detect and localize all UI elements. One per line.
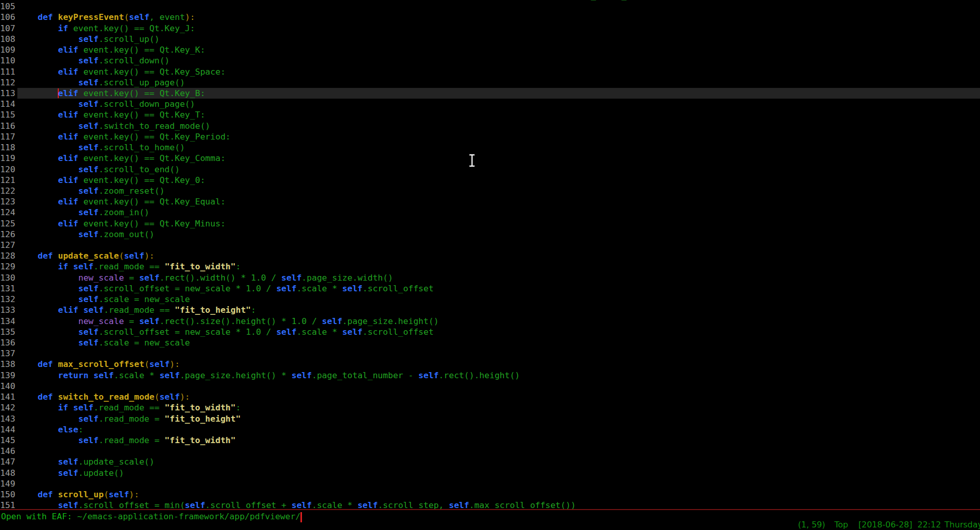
code-line[interactable]: 121 elif event.key() == Qt.Key_0: bbox=[0, 175, 980, 186]
code-token: "fit_to_width" bbox=[165, 435, 236, 445]
code-line[interactable]: 133 elif self.read_mode == "fit_to_heigh… bbox=[0, 305, 980, 315]
code-line[interactable]: 119 elif event.key() == Qt.Key_Comma: bbox=[0, 153, 980, 164]
minibuffer-input[interactable]: ~/emacs-application-framework/app/pdfvie… bbox=[77, 512, 300, 521]
code-token: self bbox=[58, 457, 78, 467]
code-line[interactable]: 129 if self.read_mode == "fit_to_width": bbox=[0, 261, 980, 272]
minibuffer[interactable]: Open with EAF: ~/emacs-application-frame… bbox=[1, 511, 302, 522]
code-line[interactable]: 123 elif event.key() == Qt.Key_Equal: bbox=[0, 196, 980, 207]
code-token bbox=[17, 99, 78, 109]
code-token bbox=[17, 490, 38, 499]
line-number: 106 bbox=[0, 12, 15, 22]
code-line[interactable]: 124 self.zoom_in() bbox=[0, 207, 980, 218]
code-token: elif bbox=[58, 153, 78, 163]
code-token: elif bbox=[58, 132, 78, 142]
code-token bbox=[78, 305, 83, 315]
code-token: if bbox=[58, 403, 68, 412]
code-token: : bbox=[251, 305, 256, 315]
code-line[interactable]: 135 self.scroll_offset = new_scale * 1.0… bbox=[0, 327, 980, 337]
code-line[interactable]: 140 bbox=[0, 381, 980, 391]
code-line[interactable]: 141 def switch_to_read_mode(self): bbox=[0, 391, 980, 402]
line-number: 138 bbox=[0, 359, 15, 370]
code-token bbox=[17, 338, 78, 348]
code-line[interactable]: 149 bbox=[0, 478, 980, 489]
code-token bbox=[17, 132, 58, 142]
code-line[interactable]: 125 elif event.key() == Qt.Key_Minus: bbox=[0, 218, 980, 229]
code-line[interactable]: 132 self.scale = new_scale bbox=[0, 294, 980, 305]
code-token: ): bbox=[185, 12, 195, 22]
code-line[interactable]: 136 self.scale = new_scale bbox=[0, 337, 980, 348]
line-number: 124 bbox=[0, 207, 15, 218]
code-line[interactable]: 148 self.update() bbox=[0, 468, 980, 478]
code-token: self bbox=[159, 392, 180, 402]
code-line[interactable]: 130 new_scale = self.rect().width() * 1.… bbox=[0, 272, 980, 283]
code-line[interactable]: 134 new_scale = self.rect().size().heigh… bbox=[0, 316, 980, 327]
code-token bbox=[17, 371, 58, 380]
code-line[interactable]: 144 else: bbox=[0, 424, 980, 435]
code-token: .scroll_offset bbox=[363, 327, 434, 337]
code-line[interactable]: 110 self.scroll_down() bbox=[0, 55, 980, 66]
code-line[interactable]: 108 self.scroll_up() bbox=[0, 34, 980, 44]
line-number: 135 bbox=[0, 327, 15, 337]
code-line[interactable]: 147 self.update_scale() bbox=[0, 456, 980, 467]
code-line[interactable]: 116 self.switch_to_read_mode() bbox=[0, 121, 980, 131]
code-token: .rect().size().height() * 1.0 / bbox=[159, 316, 322, 326]
code-line[interactable]: 122 self.zoom_reset() bbox=[0, 186, 980, 196]
code-line[interactable]: 109 elif event.key() == Qt.Key_K: bbox=[0, 44, 980, 55]
line-number: 147 bbox=[0, 456, 15, 467]
line-number: 109 bbox=[0, 44, 15, 55]
code-line[interactable]: 146 bbox=[0, 446, 980, 456]
code-token: .scroll_to_home() bbox=[99, 143, 185, 152]
code-line[interactable]: 142 if self.read_mode == "fit_to_width": bbox=[0, 402, 980, 413]
code-area[interactable]: 104 painter.drawText(QRect(0, 0, self.re… bbox=[0, 0, 980, 511]
code-token: .scale * bbox=[296, 327, 342, 337]
code-token: .switch_to_read_mode() bbox=[99, 121, 211, 131]
code-token bbox=[17, 262, 58, 271]
code-token: = bbox=[124, 316, 139, 326]
line-number: 118 bbox=[0, 142, 15, 153]
code-line[interactable]: 107 if event.key() == Qt.Key_J: bbox=[0, 23, 980, 34]
code-line[interactable]: 120 self.scroll_to_end() bbox=[0, 164, 980, 175]
code-line[interactable]: 105 bbox=[0, 1, 980, 12]
code-line[interactable]: 114 self.scroll_down_page() bbox=[0, 99, 980, 109]
line-number: 105 bbox=[0, 1, 15, 12]
code-token: "fit_to_width" bbox=[165, 403, 236, 412]
line-number: 129 bbox=[0, 261, 15, 272]
code-token: def bbox=[38, 251, 53, 261]
code-token: def bbox=[38, 392, 53, 402]
code-line[interactable]: 117 elif event.key() == Qt.Key_Period: bbox=[0, 131, 980, 142]
code-line[interactable]: 143 self.read_mode = "fit_to_height" bbox=[0, 413, 980, 424]
line-number: 112 bbox=[0, 77, 15, 88]
code-line[interactable]: 145 self.read_mode = "fit_to_width" bbox=[0, 435, 980, 446]
code-token: max_scroll_offset bbox=[58, 359, 145, 369]
code-line[interactable]: 118 self.scroll_to_home() bbox=[0, 142, 980, 153]
line-number: 125 bbox=[0, 218, 15, 229]
code-token: self bbox=[78, 435, 99, 445]
code-token bbox=[17, 229, 78, 239]
code-line[interactable]: 138 def max_scroll_offset(self): bbox=[0, 359, 980, 370]
code-token: self bbox=[159, 371, 180, 380]
code-token: painter.drawText(QRect(0, 0, self.rect()… bbox=[17, 0, 662, 1]
code-line[interactable]: 137 bbox=[0, 348, 980, 359]
code-line[interactable]: 131 self.scroll_offset = new_scale * 1.0… bbox=[0, 283, 980, 294]
emacs-window: { "window": {"width": 1918, "height": 10… bbox=[0, 0, 980, 530]
code-line[interactable]: 112 self.scroll_up_page() bbox=[0, 77, 980, 88]
code-line[interactable]: 150 def scroll_up(self): bbox=[0, 489, 980, 500]
code-line[interactable]: 139 return self.scale * self.page_size.h… bbox=[0, 370, 980, 381]
code-token: self bbox=[73, 403, 94, 412]
code-line[interactable]: 106 def keyPressEvent(self, event): bbox=[0, 12, 980, 22]
code-line[interactable]: 115 elif event.key() == Qt.Key_T: bbox=[0, 109, 980, 120]
code-token bbox=[17, 392, 38, 402]
line-number: 127 bbox=[0, 240, 15, 250]
code-line-current[interactable]: 113 elif event.key() == Qt.Key_B: bbox=[0, 88, 980, 99]
code-token bbox=[53, 251, 58, 261]
code-line[interactable]: 126 self.zoom_out() bbox=[0, 229, 980, 240]
line-number: 108 bbox=[0, 34, 15, 44]
code-token bbox=[17, 425, 58, 434]
code-token: .read_mode = bbox=[99, 414, 165, 424]
code-token bbox=[17, 284, 78, 293]
code-line[interactable]: 127 bbox=[0, 240, 980, 250]
code-token: update_scale bbox=[58, 251, 119, 261]
code-token: def bbox=[38, 490, 53, 499]
code-line[interactable]: 111 elif event.key() == Qt.Key_Space: bbox=[0, 66, 980, 77]
code-line[interactable]: 128 def update_scale(self): bbox=[0, 250, 980, 261]
